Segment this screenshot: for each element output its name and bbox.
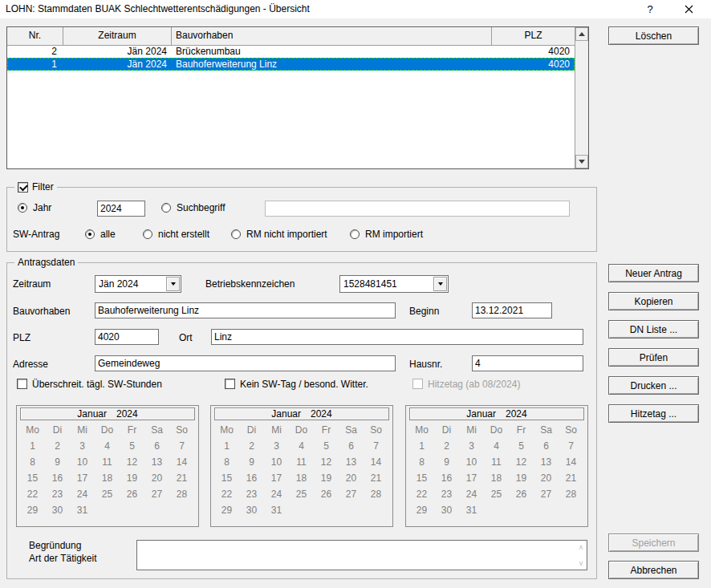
calendar-day[interactable]: 25	[484, 486, 509, 502]
calendar-day[interactable]: 7	[559, 438, 583, 454]
calendar-day[interactable]: 22	[214, 486, 239, 502]
calendar-day[interactable]: 2	[45, 438, 70, 454]
calendar-day[interactable]: 8	[20, 454, 45, 470]
list-header-zeitraum[interactable]: Zeitraum	[63, 27, 172, 45]
table-row-selected[interactable]: 1 Jän 2024 Bauhoferweiterung Linz 4020	[7, 58, 575, 71]
calendar-day[interactable]: 11	[95, 454, 120, 470]
calendar-day[interactable]: 29	[214, 502, 239, 518]
calendar-day[interactable]: 24	[459, 486, 484, 502]
calendar-day[interactable]: 3	[70, 438, 95, 454]
calendar-day[interactable]: 16	[434, 470, 459, 486]
calendar-day[interactable]: 4	[95, 438, 120, 454]
calendar-day[interactable]: 24	[264, 486, 289, 502]
calendar-day[interactable]: 8	[214, 454, 239, 470]
list-header-plz[interactable]: PLZ	[492, 27, 575, 45]
radio-rm-importiert[interactable]	[350, 229, 360, 239]
calendar-day[interactable]: 27	[534, 486, 559, 502]
calendar-day[interactable]: 12	[509, 454, 534, 470]
zeitraum-combobox[interactable]: Jän 2024	[95, 275, 181, 293]
calendar-day[interactable]: 28	[169, 486, 194, 502]
calendar-day[interactable]: 27	[144, 486, 169, 502]
plz-input[interactable]	[95, 329, 159, 345]
jahr-input[interactable]	[97, 201, 145, 217]
calendar-day[interactable]: 25	[95, 486, 120, 502]
drucken-button[interactable]: Drucken ...	[608, 376, 699, 395]
abbrechen-button[interactable]: Abbrechen	[608, 561, 699, 579]
calendar-day[interactable]: 20	[144, 470, 169, 486]
calendar-day[interactable]: 13	[144, 454, 169, 470]
calendar-day[interactable]: 27	[339, 486, 364, 502]
calendar-month-header[interactable]: Januar 2024	[409, 408, 584, 420]
calendar-day[interactable]: 30	[239, 502, 264, 518]
list-header-bauvorhaben[interactable]: Bauvorhaben	[172, 27, 492, 45]
calendar-day[interactable]: 14	[364, 454, 388, 470]
suchbegriff-input[interactable]	[265, 201, 570, 217]
kopieren-button[interactable]: Kopieren	[608, 292, 699, 310]
calendar-day[interactable]: 7	[169, 438, 194, 454]
begruendung-textarea[interactable]	[136, 540, 587, 570]
calendar-day[interactable]: 20	[534, 470, 559, 486]
calendar-day[interactable]: 19	[509, 470, 534, 486]
calendar-day[interactable]: 19	[120, 470, 144, 486]
sw-stunden-checkbox[interactable]	[17, 379, 27, 389]
pruefen-button[interactable]: Prüfen	[608, 348, 699, 367]
calendar-day[interactable]: 24	[70, 486, 95, 502]
scroll-up-button[interactable]	[575, 27, 588, 41]
calendar-day[interactable]: 9	[239, 454, 264, 470]
calendar-day[interactable]: 26	[120, 486, 144, 502]
calendar-day[interactable]: 31	[264, 502, 289, 518]
calendar-day[interactable]: 26	[314, 486, 339, 502]
hausnr-input[interactable]	[472, 355, 583, 371]
calendar-day[interactable]: 9	[45, 454, 70, 470]
calendar-day[interactable]: 13	[339, 454, 364, 470]
zeitraum-dropdown-button[interactable]	[166, 277, 180, 291]
radio-suchbegriff[interactable]	[161, 203, 171, 213]
calendar-day[interactable]: 17	[264, 470, 289, 486]
calendar-day[interactable]: 3	[264, 438, 289, 454]
calendar-day[interactable]: 17	[459, 470, 484, 486]
radio-jahr[interactable]	[18, 203, 27, 213]
calendar-day[interactable]: 29	[20, 502, 45, 518]
calendar-day[interactable]: 10	[70, 454, 95, 470]
calendar-day[interactable]: 26	[509, 486, 534, 502]
calendar-day[interactable]: 31	[459, 502, 484, 518]
calendar-day[interactable]: 15	[214, 470, 239, 486]
ort-input[interactable]	[211, 329, 583, 345]
calendar-day[interactable]: 30	[434, 502, 459, 518]
radio-nicht-erstellt[interactable]	[143, 229, 152, 239]
calendar-day[interactable]: 11	[484, 454, 509, 470]
calendar-day[interactable]: 14	[169, 454, 194, 470]
calendar-day[interactable]: 2	[239, 438, 264, 454]
calendar-day[interactable]: 7	[364, 438, 388, 454]
calendar-day[interactable]: 23	[434, 486, 459, 502]
vertical-scrollbar[interactable]	[575, 27, 588, 168]
calendar-day[interactable]: 1	[20, 438, 45, 454]
calendar-day[interactable]: 19	[314, 470, 339, 486]
calendar-day[interactable]: 6	[534, 438, 559, 454]
kein-sw-tag-checkbox[interactable]	[225, 379, 235, 389]
scroll-down-button[interactable]	[575, 155, 588, 168]
calendar-day[interactable]: 23	[239, 486, 264, 502]
dn-liste-button[interactable]: DN Liste ...	[608, 320, 699, 339]
filter-checkbox[interactable]	[18, 182, 28, 193]
betriebskennzeichen-combobox[interactable]: 1528481451	[339, 275, 449, 293]
calendar-day[interactable]: 22	[409, 486, 434, 502]
calendar-month-header[interactable]: Januar 2024	[20, 408, 195, 420]
calendar-day[interactable]: 18	[484, 470, 509, 486]
antraege-list[interactable]: Nr. Zeitraum Bauvorhaben PLZ 2 Jän 2024 …	[6, 26, 589, 169]
calendar-day[interactable]: 20	[339, 470, 364, 486]
calendar-day[interactable]: 29	[409, 502, 434, 518]
calendar-day[interactable]: 10	[459, 454, 484, 470]
radio-rm-nicht-importiert[interactable]	[231, 229, 241, 239]
calendar-day[interactable]: 1	[409, 438, 434, 454]
bauvorhaben-input[interactable]	[95, 302, 396, 318]
calendar-day[interactable]: 5	[120, 438, 144, 454]
calendar-day[interactable]: 4	[484, 438, 509, 454]
calendar-day[interactable]: 16	[239, 470, 264, 486]
calendar-day[interactable]: 1	[214, 438, 239, 454]
calendar-day[interactable]: 18	[289, 470, 314, 486]
calendar-day[interactable]: 28	[559, 486, 583, 502]
calendar-day[interactable]: 18	[95, 470, 120, 486]
calendar-day[interactable]: 9	[434, 454, 459, 470]
calendar-day[interactable]: 6	[339, 438, 364, 454]
